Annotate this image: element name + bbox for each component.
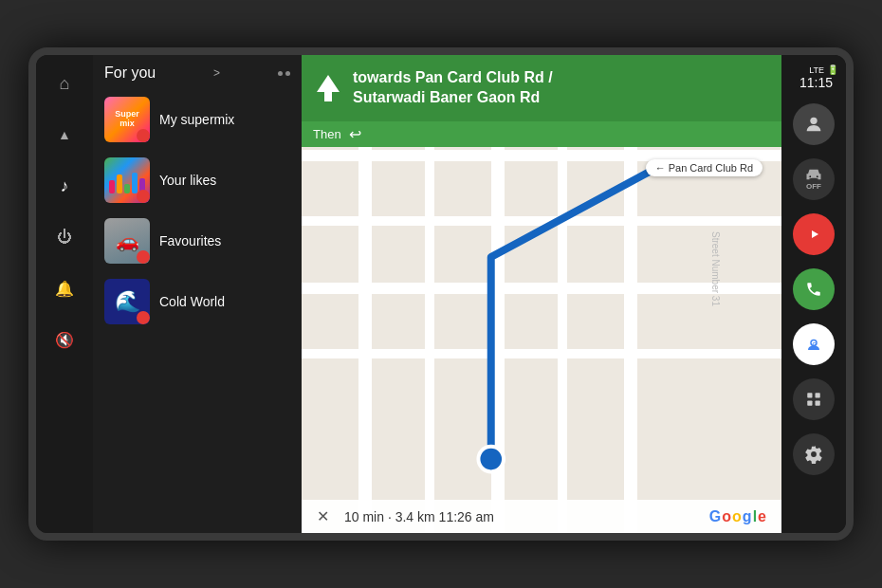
svg-rect-13 [816, 401, 820, 406]
google-assistant-button[interactable]: G [793, 323, 835, 365]
coldworld-title: Cold World [159, 294, 225, 309]
red-badge-likes [137, 190, 150, 203]
red-badge-coldworld [137, 311, 150, 324]
music-item-coldworld[interactable]: 🌊 Cold World [93, 271, 302, 332]
nav-close-button[interactable]: ✕ [317, 507, 329, 525]
red-badge-favs [137, 250, 150, 264]
user-button[interactable] [793, 103, 835, 145]
main-content: For you > Supermix My supermix [93, 55, 781, 533]
direction-line1: towards Pan Card Club Rd / [353, 68, 553, 88]
direction-line2: Sutarwadi Baner Gaon Rd [353, 88, 553, 108]
navigation-header: towards Pan Card Club Rd / Sutarwadi Ban… [302, 55, 781, 121]
svg-rect-10 [807, 393, 812, 397]
red-badge-supermix [137, 129, 150, 142]
dot2 [285, 71, 290, 76]
nav-eta-text: 10 min · 3.4 km 11:26 am [344, 509, 494, 524]
battery-icon: 🔋 [827, 64, 838, 75]
car-off-label: OFF [806, 182, 821, 191]
power-icon[interactable]: ⏻ [47, 220, 82, 254]
favourites-thumbnail: 🚗 [104, 218, 150, 264]
svg-point-3 [809, 175, 812, 178]
map-panel: Street Number 31 towards Pan Card Club R… [302, 55, 781, 533]
time-display: 11:15 [789, 75, 838, 90]
navigation-icon[interactable]: ▲ [47, 118, 82, 152]
signal-row: LTE 🔋 [789, 64, 838, 75]
svg-rect-12 [807, 401, 812, 406]
yourlikes-thumbnail [104, 157, 150, 203]
home-icon[interactable]: ⌂ [47, 66, 82, 101]
yourlikes-title: Your likes [159, 173, 216, 188]
nav-direction-text: towards Pan Card Club Rd / Sutarwadi Ban… [353, 68, 553, 108]
then-label: Then [313, 127, 341, 141]
svg-point-0 [478, 447, 504, 472]
route-label-bubble: ← Pan Card Club Rd [646, 159, 763, 176]
nav-bottom-bar: ✕ 10 min · 3.4 km 11:26 am Google [302, 500, 781, 533]
music-item-yourlikes[interactable]: Your likes [93, 150, 302, 211]
svg-rect-11 [816, 393, 820, 397]
lte-icon: LTE [809, 65, 824, 75]
mute-icon[interactable]: 🔇 [47, 322, 82, 357]
music-chevron[interactable]: > [213, 66, 220, 80]
car-off-button[interactable]: OFF [793, 158, 835, 200]
music-item-favourites[interactable]: 🚗 Favourites [93, 211, 302, 271]
supermix-thumbnail: Supermix [104, 97, 150, 142]
music-header: For you > [93, 64, 302, 89]
car-display: ⌂ ▲ ♪ ⏻ 🔔 🔇 For you > Supermix [28, 47, 854, 541]
music-panel: For you > Supermix My supermix [93, 55, 302, 533]
nav-arrow-up-icon [313, 73, 343, 103]
grid-button[interactable] [793, 378, 835, 420]
music-header-title: For you [104, 64, 156, 82]
svg-point-4 [816, 175, 818, 178]
youtube-button[interactable] [793, 213, 835, 255]
svg-text:G: G [813, 341, 817, 347]
then-strip: Then ↩ [302, 121, 781, 147]
settings-button[interactable] [793, 433, 835, 475]
music-note-icon[interactable]: ♪ [47, 169, 82, 203]
bell-icon[interactable]: 🔔 [47, 271, 82, 305]
status-bar: LTE 🔋 11:15 [781, 64, 846, 90]
dot1 [278, 71, 283, 76]
route-label-text: ← Pan Card Club Rd [655, 162, 753, 174]
right-sidebar: LTE 🔋 11:15 OFF [781, 55, 846, 533]
left-nav-sidebar: ⌂ ▲ ♪ ⏻ 🔔 🔇 [36, 55, 93, 533]
favourites-title: Favourites [159, 233, 221, 248]
coldworld-thumbnail: 🌊 [104, 279, 150, 324]
supermix-title: My supermix [159, 112, 234, 127]
google-maps-logo: Google [709, 508, 766, 525]
phone-button[interactable] [793, 268, 835, 310]
music-header-dots [278, 71, 290, 76]
music-item-supermix[interactable]: Supermix My supermix [93, 89, 302, 150]
then-arrow-icon: ↩ [349, 125, 361, 143]
svg-point-2 [810, 118, 817, 124]
svg-marker-1 [317, 75, 340, 101]
